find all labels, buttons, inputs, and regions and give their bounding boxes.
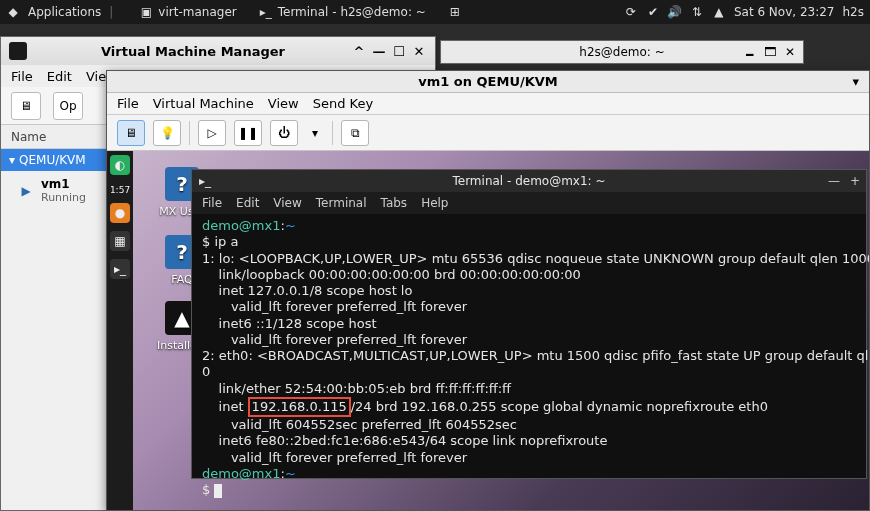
- menu-help[interactable]: Help: [421, 196, 448, 210]
- output-line: 2: eth0: <BROADCAST,MULTICAST,UP,LOWER_U…: [202, 348, 869, 363]
- chevron-down-icon: ▾: [312, 126, 318, 140]
- minimize-icon[interactable]: 🗕: [743, 45, 757, 59]
- host-terminal-title: h2s@demo: ~: [579, 45, 664, 59]
- desktop-panel: ◆ Applications | ▣ virt-manager ▸_ Termi…: [0, 0, 870, 24]
- output-line: link/loopback 00:00:00:00:00:00 brd 00:0…: [202, 267, 581, 282]
- run-button[interactable]: ▷: [198, 120, 226, 146]
- output-line: valid_lft forever preferred_lft forever: [202, 299, 467, 314]
- guest-terminal-menubar: File Edit View Terminal Tabs Help: [192, 192, 866, 214]
- vmm-titlebar[interactable]: Virtual Machine Manager ^ — ☐ ✕: [1, 37, 435, 65]
- snapshot-icon: ⧉: [351, 126, 360, 140]
- terminal-command: ip a: [214, 234, 238, 249]
- open-icon: Op: [59, 99, 76, 113]
- output-line: link/ether 52:54:00:bb:05:eb brd ff:ff:f…: [202, 381, 511, 396]
- vm-state: Running: [41, 191, 86, 204]
- prompt-host: demo@mx1: [202, 218, 281, 233]
- output-line: valid_lft forever preferred_lft forever: [202, 450, 467, 465]
- prompt-path: ~: [285, 218, 296, 233]
- updates-icon[interactable]: ⟳: [624, 5, 638, 19]
- menu-tabs[interactable]: Tabs: [381, 196, 408, 210]
- task-label: virt-manager: [158, 5, 236, 19]
- panel-date[interactable]: Sat 6 Nov, 23:27: [734, 5, 835, 19]
- task-label: Terminal - h2s@demo: ~: [278, 5, 426, 19]
- minimize-icon[interactable]: —: [828, 174, 840, 188]
- guest-terminal-window: ▸_ Terminal - demo@mx1: ~ — + File Edit …: [191, 169, 867, 479]
- guest-taskbar: ◐ 1:57 ● ▦ ▸_: [107, 151, 133, 510]
- terminal-icon: ▸_: [259, 5, 273, 19]
- roll-up-icon[interactable]: ^: [351, 43, 367, 59]
- apps-menu-icon[interactable]: ◆: [6, 5, 20, 19]
- new-vm-button[interactable]: 🖥: [11, 92, 41, 120]
- maximize-icon[interactable]: 🗖: [763, 45, 777, 59]
- guest-clock[interactable]: 1:57: [110, 185, 130, 195]
- bulb-icon: 💡: [160, 126, 175, 140]
- apps-menu-label[interactable]: Applications: [28, 5, 101, 19]
- monitor-icon: 🖥: [125, 126, 137, 140]
- open-vm-button[interactable]: Op: [53, 92, 83, 120]
- close-icon[interactable]: ✕: [411, 43, 427, 59]
- minimize-icon[interactable]: —: [371, 43, 387, 59]
- maximize-icon[interactable]: ☐: [391, 43, 407, 59]
- output-line: inet 192.168.0.115/24 brd 192.168.0.255 …: [202, 399, 768, 414]
- output-line: inet 127.0.0.1/8 scope host lo: [202, 283, 412, 298]
- console-title: vm1 on QEMU/KVM: [418, 74, 558, 89]
- output-line: inet6 ::1/128 scope host: [202, 316, 377, 331]
- task-terminal[interactable]: ▸_ Terminal - h2s@demo: ~: [251, 4, 434, 20]
- monitor-icon: 🖥: [20, 99, 32, 113]
- pause-icon: ❚❚: [238, 126, 258, 140]
- console-view-button[interactable]: 🖥: [117, 120, 145, 146]
- guest-terminal-icon[interactable]: ▸_: [110, 259, 130, 279]
- check-icon[interactable]: ✔: [646, 5, 660, 19]
- output-line: 0: [202, 364, 210, 379]
- menu-view[interactable]: View: [273, 196, 301, 210]
- menu-terminal[interactable]: Terminal: [316, 196, 367, 210]
- console-titlebar[interactable]: vm1 on QEMU/KVM ▾: [107, 71, 869, 93]
- network-icon[interactable]: ⇅: [690, 5, 704, 19]
- shutdown-menu-button[interactable]: ▾: [306, 120, 324, 146]
- guest-terminal-titlebar[interactable]: ▸_ Terminal - demo@mx1: ~ — +: [192, 170, 866, 192]
- task-pager[interactable]: ⊞: [440, 4, 470, 20]
- close-icon[interactable]: ✕: [783, 45, 797, 59]
- task-virt-manager[interactable]: ▣ virt-manager: [131, 4, 244, 20]
- panel-user[interactable]: h2s: [843, 5, 865, 19]
- menu-view[interactable]: View: [268, 96, 299, 111]
- chevron-down-icon[interactable]: ▾: [852, 74, 859, 89]
- prompt-path: ~: [285, 466, 296, 481]
- notifications-icon[interactable]: ▲: [712, 5, 726, 19]
- toolbar-divider: [332, 121, 333, 145]
- vm-name: vm1: [41, 177, 70, 191]
- menu-file[interactable]: File: [202, 196, 222, 210]
- output-line: 1: lo: <LOOPBACK,UP,LOWER_UP> mtu 65536 …: [202, 251, 869, 266]
- menu-send-key[interactable]: Send Key: [313, 96, 373, 111]
- guest-files-icon[interactable]: ▦: [110, 231, 130, 251]
- workspace-icon: ⊞: [448, 5, 462, 19]
- terminal-icon: ▸_: [198, 174, 212, 188]
- desktop-icon-label: FAQ: [171, 273, 192, 286]
- menu-edit[interactable]: Edit: [236, 196, 259, 210]
- output-line: valid_lft forever preferred_lft forever: [202, 332, 467, 347]
- console-menubar: File Virtual Machine View Send Key: [107, 93, 869, 115]
- play-icon: ▷: [207, 126, 216, 140]
- vmm-app-icon: [9, 42, 27, 60]
- menu-virtual-machine[interactable]: Virtual Machine: [153, 96, 254, 111]
- guest-browser-icon[interactable]: ●: [110, 203, 130, 223]
- terminal-output[interactable]: demo@mx1:~ $ ip a 1: lo: <LOOPBACK,UP,LO…: [192, 214, 866, 502]
- guest-desktop[interactable]: ◐ 1:57 ● ▦ ▸_ ? MX Us… ? FAQ ▲ Installe……: [107, 151, 869, 510]
- menu-file[interactable]: File: [117, 96, 139, 111]
- shutdown-button[interactable]: ⏻: [270, 120, 298, 146]
- menu-file[interactable]: File: [11, 69, 33, 84]
- volume-icon[interactable]: 🔊: [668, 5, 682, 19]
- details-view-button[interactable]: 💡: [153, 120, 181, 146]
- host-terminal-titlebar[interactable]: h2s@demo: ~ 🗕 🗖 ✕: [440, 40, 804, 64]
- power-icon: ⏻: [278, 126, 290, 140]
- guest-terminal-title: Terminal - demo@mx1: ~: [452, 174, 605, 188]
- vm-running-icon: ▶: [19, 184, 33, 198]
- guest-start-icon[interactable]: ◐: [110, 155, 130, 175]
- snapshots-button[interactable]: ⧉: [341, 120, 369, 146]
- output-line: valid_lft 604552sec preferred_lft 604552…: [202, 417, 517, 432]
- maximize-icon[interactable]: +: [850, 174, 860, 188]
- terminal-cursor: [214, 484, 222, 498]
- menu-edit[interactable]: Edit: [47, 69, 72, 84]
- pause-button[interactable]: ❚❚: [234, 120, 262, 146]
- output-line: inet6 fe80::2bed:fc1e:686:e543/64 scope …: [202, 433, 607, 448]
